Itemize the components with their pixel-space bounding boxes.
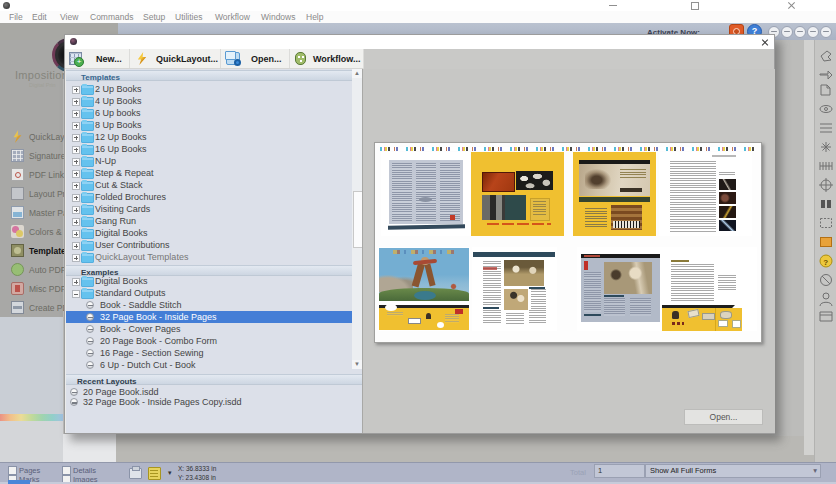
svg-text:?: ? (823, 258, 828, 267)
